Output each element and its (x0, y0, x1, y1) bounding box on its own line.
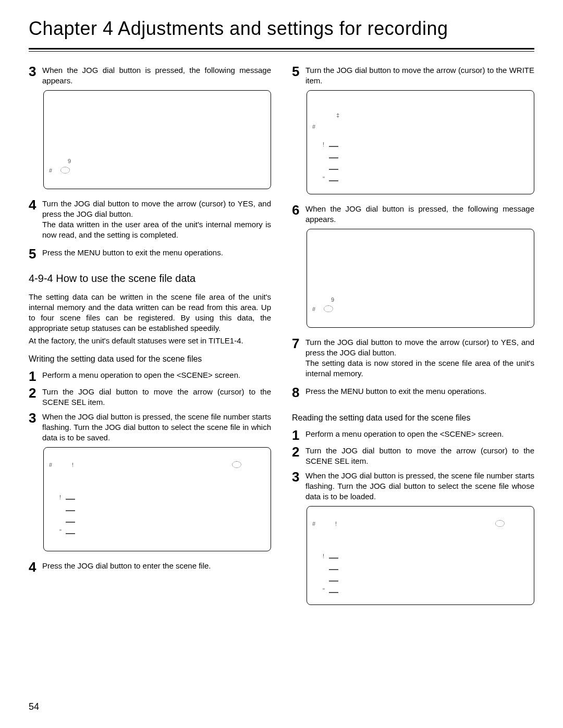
panel-a-nine: 9 (68, 157, 71, 165)
step-number: 2 (292, 446, 305, 466)
bar-icon (329, 157, 338, 158)
write-step-1: 1 Perform a menu operation to open the <… (29, 370, 271, 382)
step-text: Perform a menu operation to open the <SC… (305, 429, 534, 441)
step-number: 4 (29, 561, 42, 573)
bar-icon (329, 180, 338, 181)
right-step-5: 5 Turn the JOG dial button to move the a… (292, 65, 534, 86)
right-step-7: 7 Turn the JOG dial button to move the a… (292, 337, 534, 379)
bar-icon (329, 169, 338, 170)
dotted-circle-icon (60, 167, 70, 174)
screen-panel-d: 9 # (307, 229, 534, 328)
subheading-writing: Writing the setting data used for the sc… (29, 354, 271, 364)
bar-icon (329, 558, 338, 559)
step-number: 1 (292, 429, 305, 441)
panel-b-exc: ! (72, 461, 74, 468)
step-number: 5 (29, 248, 42, 260)
step-number: 5 (292, 65, 305, 86)
panel-c-exc: ! (323, 141, 324, 148)
step-text: Press the MENU button to exit the menu o… (305, 386, 534, 399)
write-step-4: 4 Press the JOG dial button to enter the… (29, 561, 271, 573)
bar-icon (329, 581, 338, 582)
panel-e-exc: ! (335, 520, 337, 527)
step-text: When the JOG dial button is pressed, the… (305, 204, 534, 225)
step-text: Turn the JOG dial button to move the arr… (305, 65, 534, 86)
step-3: 3 When the JOG dial button is pressed, t… (29, 65, 271, 86)
step-text: Turn the JOG dial button to move the arr… (42, 387, 271, 408)
panel-d-hash: # (312, 305, 315, 313)
read-step-1: 1 Perform a menu operation to open the <… (292, 429, 534, 441)
step-number: 2 (29, 387, 42, 408)
screen-panel-a: 9 # (43, 90, 271, 189)
dotted-circle-icon (232, 461, 241, 468)
step-text: When the JOG dial button is pressed, the… (42, 65, 271, 86)
write-step-3: 3 When the JOG dial button is pressed, t… (29, 412, 271, 443)
panel-c-mark: ‡ (336, 112, 339, 119)
step-number: 7 (292, 337, 305, 379)
step-text: Perform a menu operation to open the <SC… (42, 370, 271, 382)
intro-paragraph-1: The setting data can be written in the s… (29, 292, 271, 334)
step-5: 5 Press the MENU button to exit the menu… (29, 248, 271, 260)
two-column-layout: 3 When the JOG dial button is pressed, t… (29, 65, 534, 614)
page-number: 54 (29, 701, 39, 712)
panel-d-nine: 9 (331, 296, 334, 303)
panel-e-row1-mark: ! (323, 552, 324, 560)
step-number: 8 (292, 386, 305, 399)
bar-icon (329, 569, 338, 570)
panel-e-quote: " (323, 587, 325, 594)
step-text: Turn the JOG dial button to move the arr… (42, 199, 271, 240)
step-text: Press the MENU button to exit the menu o… (42, 248, 271, 260)
panel-c-hash: # (312, 123, 315, 130)
dotted-circle-icon (324, 305, 333, 312)
panel-e-hash: # (312, 520, 315, 527)
right-step-8: 8 Press the MENU button to exit the menu… (292, 386, 534, 399)
screen-panel-c: ‡ # ! " (307, 90, 534, 194)
step-text: When the JOG dial button is pressed, the… (42, 412, 271, 443)
panel-b-row1-mark: ! (59, 493, 61, 501)
right-column: 5 Turn the JOG dial button to move the a… (292, 65, 534, 614)
step-number: 1 (29, 370, 42, 382)
left-column: 3 When the JOG dial button is pressed, t… (29, 65, 271, 614)
step-number: 4 (29, 199, 42, 240)
panel-c-quote: " (323, 175, 325, 182)
step-number: 3 (29, 412, 42, 443)
step-number: 3 (292, 471, 305, 502)
panel-b-quote: " (59, 528, 62, 535)
screen-panel-b: # ! ! " (43, 447, 271, 551)
step-text: Press the JOG dial button to enter the s… (42, 561, 271, 573)
chapter-title: Chapter 4 Adjustments and settings for r… (29, 16, 534, 45)
step-number: 6 (292, 204, 305, 225)
bar-icon (66, 499, 75, 500)
page: Chapter 4 Adjustments and settings for r… (0, 0, 563, 728)
bar-icon (66, 533, 75, 534)
title-rule (29, 48, 534, 52)
step-number: 3 (29, 65, 42, 86)
step-4: 4 Turn the JOG dial button to move the a… (29, 199, 271, 240)
write-step-2: 2 Turn the JOG dial button to move the a… (29, 387, 271, 408)
panel-b-hash: # (49, 461, 52, 468)
bar-icon (329, 592, 338, 593)
panel-a-hash: # (49, 167, 52, 174)
subheading-reading: Reading the setting data used for the sc… (292, 413, 534, 423)
intro-paragraph-2: At the factory, the unit's default statu… (29, 336, 271, 346)
dotted-circle-icon (495, 520, 505, 527)
bar-icon (329, 146, 338, 147)
step-text: Turn the JOG dial button to move the arr… (305, 446, 534, 466)
step-text: Turn the JOG dial button to move the arr… (305, 337, 534, 379)
step-text: When the JOG dial button is pressed, the… (305, 471, 534, 502)
read-step-3: 3 When the JOG dial button is pressed, t… (292, 471, 534, 502)
bar-icon (66, 522, 75, 523)
read-step-2: 2 Turn the JOG dial button to move the a… (292, 446, 534, 466)
right-step-6: 6 When the JOG dial button is pressed, t… (292, 204, 534, 225)
section-heading: 4-9-4 How to use the scene file data (29, 273, 271, 285)
screen-panel-e: # ! ! " (307, 506, 534, 605)
bar-icon (66, 510, 75, 511)
